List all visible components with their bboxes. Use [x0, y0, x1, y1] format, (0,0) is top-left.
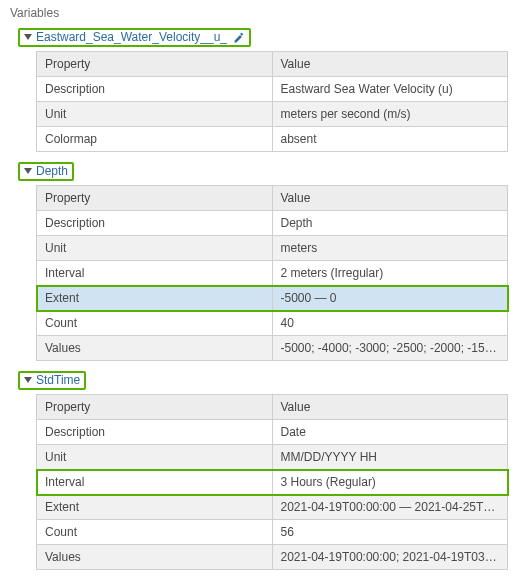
cell-property: Description — [37, 420, 273, 445]
cell-property: Description — [37, 211, 273, 236]
cell-property: Unit — [37, 445, 273, 470]
section-header-depth[interactable]: Depth — [18, 162, 510, 181]
table-row[interactable]: Unit meters per second (m/s) — [37, 102, 508, 127]
table-row[interactable]: Description Eastward Sea Water Velocity … — [37, 77, 508, 102]
cell-value: 3 Hours (Regular) — [272, 470, 508, 495]
cell-value: -5000 — 0 — [272, 286, 508, 311]
cell-value: 56 — [272, 520, 508, 545]
table-row[interactable]: Values -5000; -4000; -3000; -2500; -2000… — [37, 336, 508, 361]
section-stdtime: StdTime Property Value Description Date … — [8, 371, 510, 570]
header-highlight-stdtime: StdTime — [18, 371, 86, 390]
cell-value: Date — [272, 420, 508, 445]
col-header-property[interactable]: Property — [37, 52, 273, 77]
table-row[interactable]: Unit meters — [37, 236, 508, 261]
cell-value: 2021-04-19T00:00:00; 2021-04-19T03:00:00… — [272, 545, 508, 570]
header-highlight-depth: Depth — [18, 162, 74, 181]
table-row-interval[interactable]: Interval 3 Hours (Regular) — [37, 470, 508, 495]
cell-property: Count — [37, 311, 273, 336]
col-header-value[interactable]: Value — [272, 186, 508, 211]
panel-title: Variables — [10, 6, 510, 20]
edit-icon[interactable] — [233, 30, 245, 44]
props-table-depth: Property Value Description Depth Unit me… — [36, 185, 508, 361]
col-header-property[interactable]: Property — [37, 395, 273, 420]
table-row[interactable]: Values 2021-04-19T00:00:00; 2021-04-19T0… — [37, 545, 508, 570]
cell-property: Extent — [37, 286, 273, 311]
cell-value: -5000; -4000; -3000; -2500; -2000; -1500… — [272, 336, 508, 361]
cell-property: Interval — [37, 261, 273, 286]
cell-property: Unit — [37, 236, 273, 261]
cell-value: 2021-04-19T00:00:00 — 2021-04-25T21:00:0… — [272, 495, 508, 520]
table-row[interactable]: Colormap absent — [37, 127, 508, 152]
cell-value: Eastward Sea Water Velocity (u) — [272, 77, 508, 102]
cell-property: Colormap — [37, 127, 273, 152]
cell-value: MM/DD/YYYY HH — [272, 445, 508, 470]
col-header-value[interactable]: Value — [272, 52, 508, 77]
section-label-stdtime: StdTime — [36, 373, 80, 387]
cell-value: absent — [272, 127, 508, 152]
section-header-eastward[interactable]: Eastward_Sea_Water_Velocity__u_ — [18, 28, 510, 47]
table-row[interactable]: Description Date — [37, 420, 508, 445]
table-row[interactable]: Count 40 — [37, 311, 508, 336]
section-label-eastward: Eastward_Sea_Water_Velocity__u_ — [36, 30, 227, 44]
cell-property: Description — [37, 77, 273, 102]
props-table-eastward: Property Value Description Eastward Sea … — [36, 51, 508, 152]
cell-value: meters per second (m/s) — [272, 102, 508, 127]
section-eastward: Eastward_Sea_Water_Velocity__u_ Property… — [8, 28, 510, 152]
variables-panel: Variables Eastward_Sea_Water_Velocity__u… — [0, 0, 518, 586]
props-table-stdtime: Property Value Description Date Unit MM/… — [36, 394, 508, 570]
col-header-property[interactable]: Property — [37, 186, 273, 211]
cell-property: Interval — [37, 470, 273, 495]
cell-value: 40 — [272, 311, 508, 336]
cell-value: 2 meters (Irregular) — [272, 261, 508, 286]
table-row[interactable]: Extent 2021-04-19T00:00:00 — 2021-04-25T… — [37, 495, 508, 520]
table-row[interactable]: Description Depth — [37, 211, 508, 236]
cell-property: Unit — [37, 102, 273, 127]
cell-property: Count — [37, 520, 273, 545]
section-depth: Depth Property Value Description Depth U… — [8, 162, 510, 361]
caret-down-icon — [24, 168, 32, 174]
table-row-extent[interactable]: Extent -5000 — 0 — [37, 286, 508, 311]
cell-value: Depth — [272, 211, 508, 236]
table-row[interactable]: Interval 2 meters (Irregular) — [37, 261, 508, 286]
section-header-stdtime[interactable]: StdTime — [18, 371, 510, 390]
caret-down-icon — [24, 377, 32, 383]
col-header-value[interactable]: Value — [272, 395, 508, 420]
table-row[interactable]: Count 56 — [37, 520, 508, 545]
cell-property: Extent — [37, 495, 273, 520]
table-row[interactable]: Unit MM/DD/YYYY HH — [37, 445, 508, 470]
cell-property: Values — [37, 336, 273, 361]
caret-down-icon — [24, 34, 32, 40]
cell-value: meters — [272, 236, 508, 261]
cell-property: Values — [37, 545, 273, 570]
header-highlight-eastward: Eastward_Sea_Water_Velocity__u_ — [18, 28, 251, 47]
section-label-depth: Depth — [36, 164, 68, 178]
